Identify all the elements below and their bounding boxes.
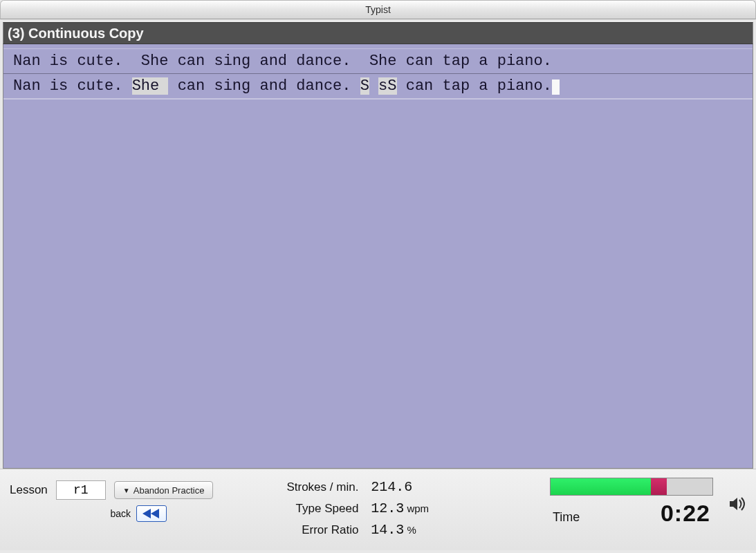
lesson-header: (3) Continuous Copy — [3, 22, 753, 44]
window-titlebar: Typist — [0, 0, 756, 19]
time-value: 0:22 — [661, 500, 710, 527]
stats-block: Strokes / min. 214.6 Type Speed 12.3wpm … — [253, 479, 447, 538]
lesson-label: Lesson — [10, 483, 48, 497]
typed-segment — [369, 77, 378, 95]
sound-button[interactable] — [730, 497, 746, 513]
rewind-icon — [142, 509, 160, 518]
strokes-value: 214.6 — [371, 479, 447, 495]
back-button[interactable] — [136, 505, 167, 522]
typed-segment: can tap a piano. — [397, 77, 552, 95]
lesson-input[interactable] — [56, 480, 106, 500]
typed-segment: Nan is cute. — [13, 77, 132, 95]
text-cursor — [552, 79, 560, 95]
strokes-label: Strokes / min. — [253, 480, 371, 494]
typed-line: Nan is cute. She can sing and dance. S s… — [3, 73, 753, 100]
typed-segment: can sing and dance. — [168, 77, 360, 95]
abandon-practice-button[interactable]: ▼ Abandon Practice — [114, 481, 214, 499]
svg-marker-1 — [151, 509, 159, 518]
typed-error-segment: S — [360, 77, 369, 95]
svg-marker-0 — [142, 509, 151, 518]
speed-label: Type Speed — [253, 502, 371, 516]
error-value: 14.3% — [371, 522, 447, 538]
progress-error-segment — [651, 478, 667, 495]
target-line: Nan is cute. She can sing and dance. She… — [3, 48, 753, 73]
progress-bar — [550, 478, 713, 496]
typed-error-segment: She — [132, 77, 169, 95]
abandon-practice-label: Abandon Practice — [133, 485, 205, 496]
typing-pane[interactable]: Nan is cute. She can sing and dance. She… — [3, 44, 753, 469]
window-title: Typist — [365, 4, 391, 15]
progress-correct-segment — [551, 478, 651, 495]
lesson-group: Lesson ▼ Abandon Practice back — [10, 480, 213, 522]
speed-value: 12.3wpm — [371, 500, 447, 516]
svg-marker-2 — [730, 498, 737, 510]
time-block: Time 0:22 — [550, 478, 713, 527]
lesson-header-title: (3) Continuous Copy — [8, 26, 144, 41]
dropdown-triangle-icon: ▼ — [123, 487, 130, 494]
typed-error-segment: sS — [378, 77, 396, 95]
speaker-icon — [730, 497, 746, 511]
status-bar: Lesson ▼ Abandon Practice back Strokes /… — [0, 469, 756, 550]
back-label: back — [110, 508, 131, 519]
error-label: Error Ratio — [253, 523, 371, 537]
time-label: Time — [553, 510, 580, 525]
